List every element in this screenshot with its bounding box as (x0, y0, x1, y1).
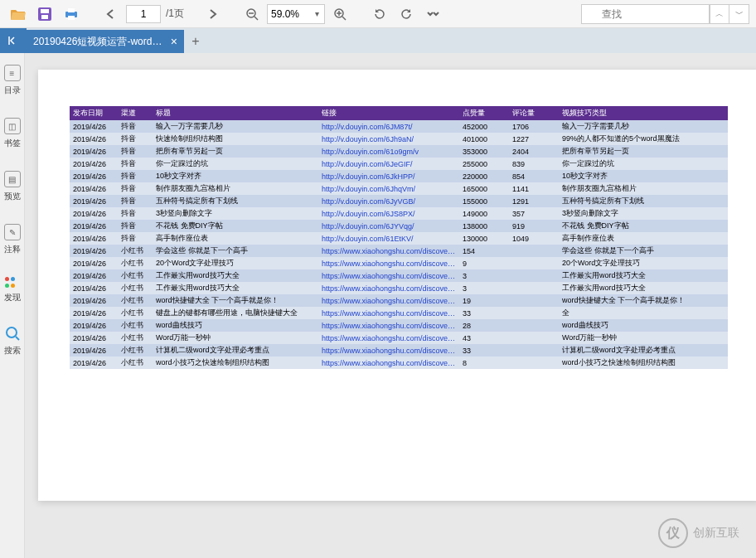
tab-close-button[interactable]: × (171, 35, 177, 48)
table-cell: 1049 (509, 232, 559, 245)
table-cell: 2019/4/26 (70, 245, 118, 257)
table-row: 2019/4/26小红书word曲线技巧https://www.xiaohong… (70, 319, 728, 332)
table-cell: 小红书 (118, 245, 153, 257)
table-cell: 抖音 (118, 232, 153, 245)
print-button[interactable] (60, 2, 83, 26)
table-cell: 452000 (459, 120, 509, 133)
table-cell: http://v.douyin.com/6JyVGB/ (318, 195, 459, 207)
page-number-input[interactable] (126, 5, 161, 23)
table-cell: 小红书 (118, 282, 153, 294)
table-cell: 1706 (509, 120, 559, 133)
table-cell: 抖音 (118, 145, 153, 158)
table-cell: 19 (459, 294, 509, 307)
table-cell (509, 357, 559, 369)
table-cell: 输入一万字需要几秒 (153, 120, 318, 133)
data-table: 发布日期渠道标题链接点赞量评论量视频技巧类型 2019/4/26抖音输入一万字需… (70, 106, 728, 369)
table-cell: word快捷键大全 下一个高手就是你！ (559, 294, 728, 307)
table-cell: 919 (509, 220, 559, 232)
table-cell: 2019/4/26 (70, 133, 118, 145)
save-button[interactable] (33, 2, 56, 26)
watermark: 仪 创新互联 (658, 518, 739, 548)
svg-line-17 (16, 337, 19, 340)
table-cell: 把所有章节另起一页 (153, 145, 318, 158)
table-cell: 33 (459, 307, 509, 319)
table-cell: 抖音 (118, 182, 153, 195)
table-cell: word小技巧之快速绘制组织结构图 (559, 357, 728, 369)
table-row: 2019/4/26小红书20个Word文字处理技巧https://www.xia… (70, 257, 728, 269)
table-cell: https://www.xiaohongshu.com/discovery/it… (318, 294, 459, 307)
table-cell: 2019/4/26 (70, 332, 118, 344)
table-cell: 小红书 (118, 269, 153, 282)
table-cell: 10秒文字对齐 (559, 170, 728, 182)
zoom-out-button[interactable] (240, 2, 264, 26)
table-header: 链接 (318, 106, 459, 120)
table-header: 视频技巧类型 (559, 106, 728, 120)
table-cell: 2019/4/26 (70, 357, 118, 369)
table-cell: 学会这些 你就是下一个高手 (153, 245, 318, 257)
table-cell: 154 (459, 245, 509, 257)
table-cell: 小红书 (118, 319, 153, 332)
page-total-label: /1页 (166, 7, 184, 21)
sidebar-item-search[interactable]: 搜索 (0, 322, 24, 360)
table-cell: http://v.douyin.com/61EtKV/ (318, 232, 459, 245)
svg-line-7 (254, 17, 258, 20)
next-page-button[interactable] (201, 2, 224, 26)
more-tools-button[interactable] (421, 2, 444, 26)
table-cell: 抖音 (118, 170, 153, 182)
sidebar-item-annotations[interactable]: ✎ 注释 (0, 221, 24, 259)
table-cell: 3 (459, 269, 509, 282)
table-cell: http://v.douyin.com/6JhqVm/ (318, 182, 459, 195)
table-row: 2019/4/26小红书工作最实用word技巧大全https://www.xia… (70, 282, 728, 294)
table-cell: 854 (509, 170, 559, 182)
zoom-select[interactable]: 59.0% (267, 4, 325, 24)
table-cell: word快捷键大全 下一个高手就是你！ (153, 294, 318, 307)
search-input[interactable] (581, 4, 710, 24)
rotate-right-button[interactable] (395, 2, 418, 26)
sidebar-item-discover[interactable]: 发现 (0, 274, 24, 307)
table-row: 2019/4/26小红书word快捷键大全 下一个高手就是你！https://w… (70, 294, 728, 307)
table-cell: 255000 (459, 158, 509, 170)
table-cell: 抖音 (118, 133, 153, 145)
table-cell: 快速绘制组织结构图 (153, 133, 318, 145)
search-prev-button[interactable]: ︿ (710, 4, 729, 24)
open-file-button[interactable] (7, 2, 30, 26)
rotate-left-button[interactable] (368, 2, 391, 26)
document-viewport[interactable]: 发布日期渠道标题链接点赞量评论量视频技巧类型 2019/4/26抖音输入一万字需… (25, 53, 756, 558)
table-cell: https://www.xiaohongshu.com/discovery/it… (318, 319, 459, 332)
search-next-button[interactable]: ﹀ (729, 4, 749, 24)
collapse-sidebar-button[interactable] (0, 28, 27, 53)
table-cell: word小技巧之快速绘制组织结构图 (153, 357, 318, 369)
table-cell: 2019/4/26 (70, 257, 118, 269)
sidebar-item-bookmarks[interactable]: ◫ 书签 (0, 114, 24, 153)
table-cell: 小红书 (118, 332, 153, 344)
table-cell: 20个Word文字处理技巧 (559, 257, 728, 269)
sidebar-item-outline[interactable]: ≡ 目录 (0, 61, 24, 99)
table-row: 2019/4/26小红书Word万能一秒钟https://www.xiaohon… (70, 332, 728, 344)
table-cell: 138000 (459, 220, 509, 232)
document-tab[interactable]: 20190426短视频运营-word优质 × (27, 30, 184, 53)
table-cell: Word万能一秒钟 (559, 332, 728, 344)
table-cell: Word万能一秒钟 (153, 332, 318, 344)
prev-page-button[interactable] (99, 2, 123, 26)
zoom-in-button[interactable] (328, 2, 351, 26)
table-cell: 2019/4/26 (70, 282, 118, 294)
table-cell: 165000 (459, 182, 509, 195)
table-cell: 2019/4/26 (70, 294, 118, 307)
table-cell: 抖音 (118, 207, 153, 220)
table-cell: 2019/4/26 (70, 145, 118, 158)
new-tab-button[interactable]: + (184, 30, 207, 53)
sidebar-item-preview[interactable]: ▤ 预览 (0, 167, 24, 206)
table-cell: 小红书 (118, 257, 153, 269)
table-cell: 五种符号搞定所有下划线 (153, 195, 318, 207)
table-header: 评论量 (509, 106, 559, 120)
table-header: 标题 (153, 106, 318, 120)
table-cell: 357 (509, 207, 559, 220)
table-cell: http://v.douyin.com/6Jh9aN/ (318, 133, 459, 145)
table-cell: https://www.xiaohongshu.com/discovery/it… (318, 269, 459, 282)
table-header: 点赞量 (459, 106, 509, 120)
table-cell: http://v.douyin.com/6JYVqg/ (318, 220, 459, 232)
table-row: 2019/4/26抖音五种符号搞定所有下划线http://v.douyin.co… (70, 195, 728, 207)
table-row: 2019/4/26小红书键盘上的键都有哪些用途，电脑快捷键大全https://w… (70, 307, 728, 319)
svg-rect-2 (41, 15, 48, 19)
table-cell: 抖音 (118, 158, 153, 170)
